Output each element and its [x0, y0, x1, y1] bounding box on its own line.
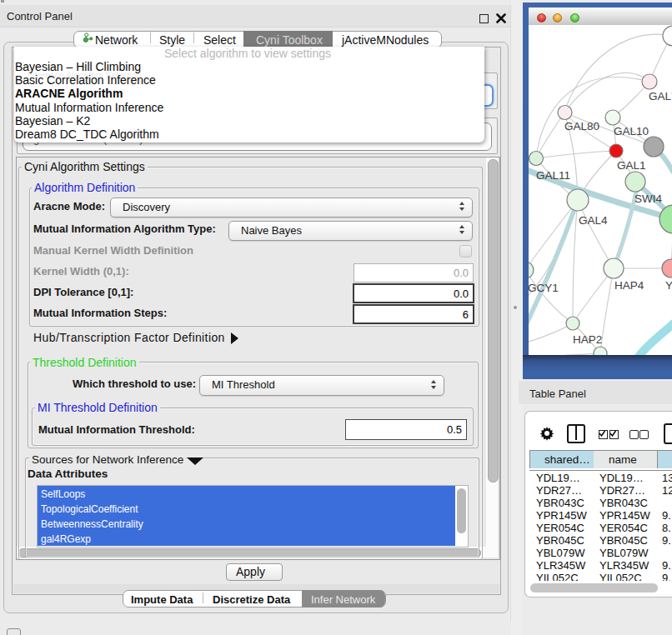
svg-text:GAL1: GAL1: [617, 159, 646, 172]
svg-text:GAL7: GAL7: [649, 90, 672, 102]
svg-text:HAP4: HAP4: [614, 279, 644, 292]
svg-text:HAP2: HAP2: [573, 333, 602, 346]
svg-text:GAL11: GAL11: [536, 169, 570, 182]
svg-text:GCY1: GCY1: [529, 282, 559, 294]
svg-text:Y: Y: [665, 279, 672, 292]
svg-text:SWI4: SWI4: [634, 192, 662, 205]
svg-text:GAL4: GAL4: [579, 214, 608, 227]
svg-text:GAL10: GAL10: [614, 125, 649, 138]
svg-text:GAL80: GAL80: [564, 120, 599, 132]
